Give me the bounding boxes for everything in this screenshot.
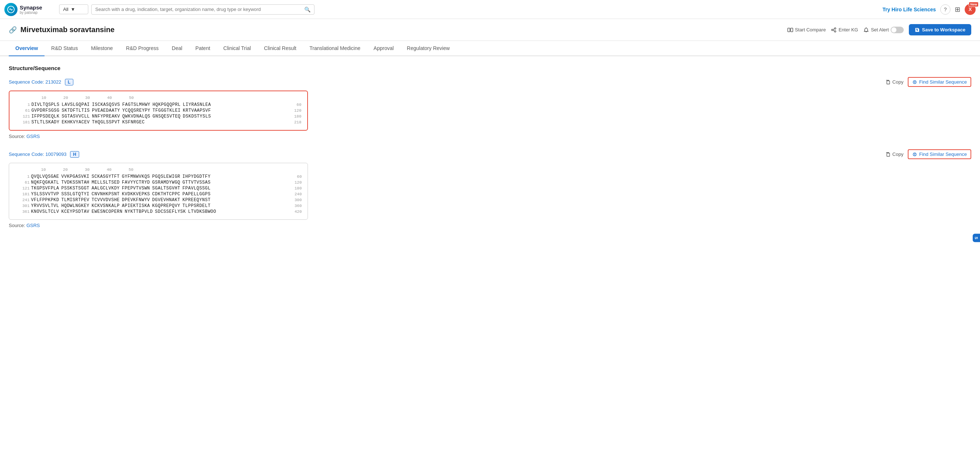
seq-group: KNOVSLTCLV: [31, 209, 59, 214]
seq-group: LAVSLGQPAI: [62, 102, 90, 107]
save-label: Save to Workspace: [922, 27, 966, 32]
tab-approval[interactable]: Approval: [367, 41, 400, 56]
seq-row: 61GVPDRFSGSGSKTDFTLTISPVEAEDAATYYCQQSREY…: [15, 108, 301, 113]
tab-clinical-trial[interactable]: Clinical Trial: [217, 41, 257, 56]
seq-group: PVEAEDAATY: [92, 108, 120, 113]
seq-group: TCVVVDVSHE: [92, 197, 120, 202]
seq-row-end-num: 180: [287, 186, 302, 191]
seq-group: TLMISRTPEV: [61, 197, 89, 202]
side-widget[interactable]: S: [973, 234, 980, 242]
seq-group: PAPELLGGPS: [183, 192, 210, 197]
seq-group: SSSLGTQTYI: [61, 192, 89, 197]
ruler-mark: 40: [98, 167, 120, 172]
drug-title: Mirvetuximab soravtansine: [21, 25, 115, 34]
seq-row: 361KNOVSLTCLVKCEYPSDTAVEWESNCOPERNNYKTTB…: [15, 209, 302, 214]
user-avatar[interactable]: X New: [965, 4, 975, 15]
svg-rect-2: [791, 28, 793, 32]
search-input[interactable]: [95, 6, 301, 12]
seq-row-end-num: 180: [287, 114, 301, 119]
seq-group: GYFMNWVKQS: [122, 174, 150, 179]
seq-group: HQKPGQQPRL: [153, 102, 181, 107]
drug-header: 🔗 Mirvetuximab soravtansine Start Compar…: [0, 19, 980, 41]
seq-group: TKGPSVFPLA: [31, 186, 59, 191]
try-hiro-button[interactable]: Try Hiro Life Sciences: [883, 6, 936, 13]
tab-r-d-status[interactable]: R&D Status: [45, 41, 84, 56]
copy-button-0[interactable]: Copy: [886, 79, 904, 85]
tab-clinical-result[interactable]: Clinical Result: [258, 41, 303, 56]
seq-row-num: 121: [15, 114, 30, 119]
seq-row: 61NQKFQGKATLTVDKSSNTAHMELLSLTSEDFAVYYCTR…: [15, 180, 302, 185]
logo-area: Synapse by patsnap: [5, 3, 56, 16]
svg-rect-10: [886, 153, 889, 156]
new-badge: New: [969, 2, 978, 7]
top-navigation: Synapse by patsnap All ▼ 🔍 Try Hiro Life…: [0, 0, 980, 19]
seq-actions-0: Copy Find Similar Sequence: [886, 77, 971, 87]
nav-right: Try Hiro Life Sciences ? ⊞ X New: [883, 4, 975, 15]
logo-text: Synapse by patsnap: [20, 5, 42, 14]
tab-deal[interactable]: Deal: [165, 41, 189, 56]
seq-group: GVPDRFSGSG: [31, 108, 59, 113]
seq-group: GNSQESVTEQ: [153, 114, 181, 119]
seq-row-num: 1: [15, 174, 30, 179]
seq-group: PGQSLEWIGR: [152, 174, 180, 179]
copy-button-1[interactable]: Copy: [886, 151, 904, 157]
apps-button[interactable]: ⊞: [955, 5, 960, 13]
find-similar-button-0[interactable]: Find Similar Sequence: [908, 77, 971, 87]
tab-regulatory-review[interactable]: Regulatory Review: [400, 41, 457, 56]
save-to-workspace-button[interactable]: Save to Workspace: [909, 24, 971, 35]
source-link-0[interactable]: GSRS: [26, 134, 40, 139]
tab-r-d-progress[interactable]: R&D Progress: [119, 41, 165, 56]
seq-group: APIEKTISKA: [122, 203, 150, 209]
seq-row-num: 241: [15, 197, 30, 202]
find-similar-button-1[interactable]: Find Similar Sequence: [908, 149, 971, 159]
ruler-mark: 10: [32, 167, 54, 172]
seq-group: KCEYPSDTAV: [61, 209, 89, 214]
seq-row-groups: TKGPSVFPLAPSSKSTSGGTAALGCLVKDYFPEPVTVSWN…: [31, 186, 286, 191]
seq-row-groups: NQKFQGKATLTVDKSSNTAHMELLSLTSEDFAVYYCTRYD…: [31, 180, 286, 185]
alert-toggle[interactable]: [891, 27, 904, 33]
tab-translational-medicine[interactable]: Translational Medicine: [303, 41, 367, 56]
seq-row-end-num: 360: [287, 203, 302, 208]
seq-actions-1: Copy Find Similar Sequence: [886, 149, 971, 159]
start-compare-button[interactable]: Start Compare: [788, 27, 826, 33]
ruler-mark: 40: [99, 96, 120, 100]
tab-patent[interactable]: Patent: [189, 41, 217, 56]
enter-kg-button[interactable]: Enter KG: [831, 27, 858, 33]
source-link-1[interactable]: GSRS: [26, 223, 40, 228]
compare-icon: [788, 27, 793, 33]
seq-group: VFLFPPKPKD: [31, 197, 59, 202]
seq-group: CNVNHKPSNT: [92, 192, 120, 197]
seq-group: STLTLSKADY: [31, 120, 59, 125]
seq-row-end-num: 240: [287, 192, 302, 196]
seq-group: NQKFQGKATL: [31, 180, 59, 185]
seq-group: DSKDSTYSLS: [183, 114, 211, 119]
sequence-viewer-1: 10203040501QVQLVQSGAEVVKPGASVKISCKASGYTF…: [9, 163, 308, 220]
seq-row-groups: VFLFPPKPKDTLMISRTPEVTCVVVDVSHEDPEVKFNWYV…: [31, 197, 286, 202]
seq-group: QWKVDNALQS: [122, 114, 150, 119]
seq-group: [169, 120, 189, 125]
save-icon: [915, 27, 920, 32]
set-alert-button[interactable]: Set Alert: [863, 27, 904, 33]
help-button[interactable]: ?: [940, 5, 950, 14]
seq-group: PSSKSTSGGT: [61, 186, 89, 191]
kg-icon: [831, 27, 837, 33]
seq-badge-1: H: [70, 151, 79, 158]
seq-row-end-num: 420: [287, 209, 302, 214]
copy-icon: [886, 152, 891, 157]
seq-group: NYKTTBPVLD: [125, 209, 153, 214]
tab-milestone[interactable]: Milestone: [84, 41, 119, 56]
seq-group: LIYRASNLEA: [183, 102, 211, 107]
seq-row: 121IFPPSDEQLKSGTASVVCLLNNFYPREAKVQWKVDNA…: [15, 114, 301, 119]
start-compare-label: Start Compare: [795, 27, 826, 32]
seq-row-num: 301: [15, 203, 30, 208]
search-type-dropdown[interactable]: All ▼: [59, 5, 88, 14]
ruler-mark: 30: [76, 167, 98, 172]
seq-row-num: 361: [15, 209, 30, 214]
seq-group: SGALTSGVHT: [152, 186, 180, 191]
logo-main: Synapse: [20, 5, 42, 11]
seq-row: 301YRVVSVLTVLHQDWLNGKEYKCKVSNKALPAPIEKTI…: [15, 203, 302, 209]
svg-rect-8: [886, 81, 889, 84]
seq-group: YRVVSVLTVL: [31, 203, 59, 209]
tab-overview[interactable]: Overview: [9, 41, 45, 56]
sequence-block-0: Sequence Code: 213022L Copy Find Similar…: [9, 77, 971, 139]
